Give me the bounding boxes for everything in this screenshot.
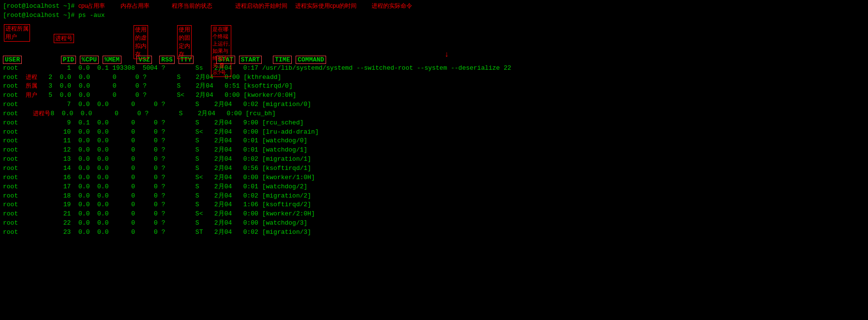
ann-cpu: cpu占用率 [78,2,105,9]
prompt-line-1: [root@localhost ~]# cpu占用率 内存占用率 程序当前的状态… [3,2,865,11]
data-row-14: root 14 0.0 0.0 0 0 ? S 2月04 0:56 [ksoft… [3,164,865,173]
header-cpu: %CPU [80,56,99,64]
header-command: COMMAND [296,56,326,64]
data-row-3: root 所属 3 0.0 0.0 0 0 ? S 2月04 0:51 [kso… [3,82,865,91]
data-row-22: root 22 0.0 0.0 0 0 ? S 2月04 0:00 [watch… [3,219,865,228]
ann-box-user: 进程所属用户 [4,24,30,42]
ann-box-tty: 是在哪个终端上运行,如果与终端无关,显示?号 [211,25,231,77]
data-row-18: root 18 0.0 0.0 0 0 ? S 2月04 0:02 [migra… [3,192,865,201]
header-start: START [239,56,262,64]
ann-starttime: 进程启动的开始时间 [235,2,287,9]
data-row-9: root 9 0.1 0.0 0 0 ? S 2月04 9:00 [rcu_sc… [3,119,865,128]
ann-command: 进程的实际命令 [372,2,412,9]
data-row-12: root 12 0.0 0.0 0 0 ? S 2月04 0:01 [watch… [3,146,865,155]
data-row-10: root 10 0.0 0.0 0 0 ? S< 2月04 0:00 [lru-… [3,128,865,137]
data-row-7: root 7 0.0 0.0 0 0 ? S 2月04 0:02 [migrat… [3,100,865,109]
header-rss: RSS [159,56,174,64]
terminal: [root@localhost ~]# cpu占用率 内存占用率 程序当前的状态… [3,2,865,237]
header-user: USER [3,56,22,64]
ann-arrow-command: ↓ [444,50,449,59]
ann-box-vsz: 使用的虚拟内存 [134,25,148,59]
data-row-17: root 17 0.0 0.0 0 0 ? S 2月04 0:01 [watch… [3,183,865,192]
data-row-8: root 进程号8 0.0 0.0 0 0 ? S 2月04 0:00 [rcu… [3,109,865,119]
header-mem: %MEM [103,56,121,64]
data-row-23: root 23 0.0 0.0 0 0 ? ST 2月04 0:02 [migr… [3,228,865,237]
data-row-16: root 16 0.0 0.0 0 0 ? S< 2月04 0:00 [kwor… [3,173,865,183]
data-row-2: root 进程 2 0.0 0.0 0 0 ? S 2月04 0:00 [kth… [3,73,865,82]
ann-state: 程序当前的状态 [172,2,212,9]
header-annotation-area: USER PID %CPU %MEM VSZ RSS TTY STAT STAR… [3,20,865,64]
ann-mem: 内存占用率 [120,2,150,9]
ann-box-rss: 使用的固定内存 [177,25,192,59]
ann-cputime: 进程实际使用cpu的时间 [295,2,357,9]
header-time: TIME [273,56,292,64]
data-row-11: root 11 0.0 0.0 0 0 ? S 2月04 0:01 [watch… [3,137,865,146]
data-row-19: root 19 0.0 0.0 0 0 ? S 2月04 1:06 [ksoft… [3,200,865,210]
data-row-1: root 1 0.0 0.1 193308 5004 ? Ss 2月04 0:1… [3,64,865,73]
header-pid: PID [61,56,76,64]
data-row-21: root 21 0.0 0.0 0 0 ? S< 2月04 0:00 [kwor… [3,210,865,219]
prompt-line-2: [root@localhost ~]# ps -aux [3,11,865,20]
data-row-5: root 用户 5 0.0 0.0 0 0 ? S< 2月04 0:00 [kw… [3,91,865,100]
column-headers: USER PID %CPU %MEM VSZ RSS TTY STAT STAR… [3,56,326,64]
data-row-13: root 13 0.0 0.0 0 0 ? S 2月04 0:02 [migra… [3,155,865,164]
ann-box-pid: 进程号 [54,34,74,43]
